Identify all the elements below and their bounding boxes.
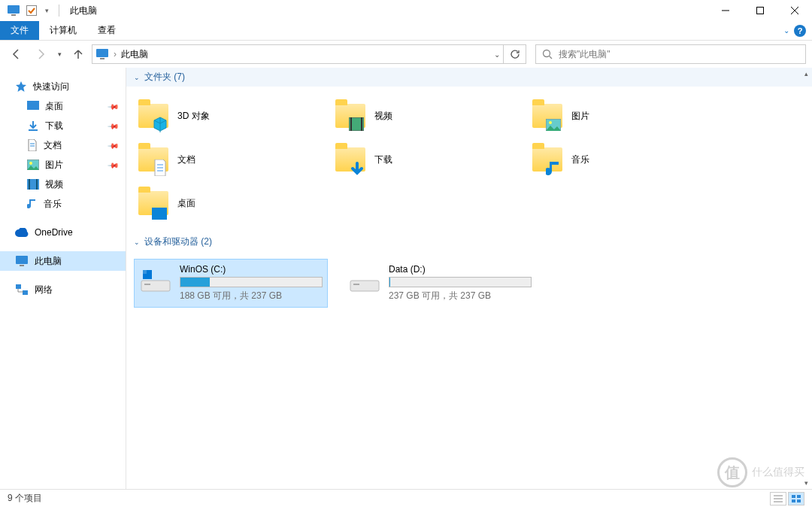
sidebar-quick-access[interactable]: 快速访问 <box>0 77 126 96</box>
svg-rect-44 <box>797 499 801 502</box>
svg-rect-8 <box>100 58 105 59</box>
qat-dropdown-icon[interactable]: ▾ <box>42 3 51 18</box>
svg-rect-1 <box>11 14 16 16</box>
folder-pictures[interactable]: 图片 <box>528 94 725 138</box>
tab-view[interactable]: 查看 <box>87 21 126 40</box>
sidebar-item-label: 音乐 <box>44 198 62 211</box>
status-text: 9 个项目 <box>8 492 42 505</box>
ribbon-collapse-icon[interactable]: ⌄ <box>783 26 789 35</box>
sidebar-item-pictures[interactable]: 图片 📌 <box>0 155 126 175</box>
sidebar-label: OneDrive <box>35 227 73 238</box>
refresh-button[interactable] <box>504 44 526 64</box>
maximize-button[interactable] <box>743 0 777 21</box>
svg-rect-7 <box>96 49 108 57</box>
help-icon[interactable]: ? <box>794 25 806 37</box>
address-bar[interactable]: › 此电脑 ⌄ <box>92 44 504 64</box>
quick-access-toolbar: ▾ 此电脑 <box>0 3 97 18</box>
search-placeholder: 搜索"此电脑" <box>559 48 611 61</box>
sidebar-label: 快速访问 <box>33 80 69 93</box>
pin-icon: 📌 <box>108 100 120 112</box>
folder-icon <box>137 187 170 220</box>
drive-label: WinOS (C:) <box>180 264 323 275</box>
cloud-icon <box>15 228 29 237</box>
drive-sublabel: 237 GB 可用，共 237 GB <box>389 290 532 302</box>
sidebar-item-music[interactable]: 音乐 <box>0 194 126 214</box>
pin-icon: 📌 <box>108 139 120 151</box>
sidebar-item-downloads[interactable]: 下载 📌 <box>0 116 126 135</box>
scrollbar[interactable]: ▴ ▾ <box>800 68 812 489</box>
svg-rect-11 <box>27 101 39 110</box>
group-title: 设备和驱动器 (2) <box>144 235 212 248</box>
svg-rect-4 <box>757 8 764 14</box>
up-button[interactable] <box>68 44 89 65</box>
title-bar: ▾ 此电脑 <box>0 0 812 21</box>
desktop-icon <box>27 101 39 111</box>
document-icon <box>27 139 38 151</box>
drive-label: Data (D:) <box>389 264 532 275</box>
tab-file[interactable]: 文件 <box>0 21 39 40</box>
drive-usage-bar <box>389 277 532 287</box>
watermark: 值 什么值得买 <box>717 457 804 487</box>
drive-sublabel: 188 GB 可用，共 237 GB <box>180 290 323 302</box>
svg-rect-25 <box>361 117 362 131</box>
view-icons-button[interactable] <box>788 492 804 505</box>
back-button[interactable] <box>6 44 27 65</box>
svg-rect-2 <box>27 6 37 16</box>
recent-dropdown[interactable]: ▾ <box>54 44 65 65</box>
group-header-folders[interactable]: ⌄ 文件夹 (7) <box>126 68 812 87</box>
folder-downloads[interactable]: 下载 <box>331 138 528 181</box>
folder-icon <box>531 99 564 132</box>
folder-3d-objects[interactable]: 3D 对象 <box>134 94 331 138</box>
group-header-drives[interactable]: ⌄ 设备和驱动器 (2) <box>126 232 812 251</box>
drive-c[interactable]: WinOS (C:) 188 GB 可用，共 237 GB <box>134 259 328 308</box>
body: 快速访问 桌面 📌 下载 📌 文档 📌 图片 📌 视频 音乐 <box>0 68 812 489</box>
sidebar-network[interactable]: 网络 <box>0 280 126 299</box>
svg-rect-32 <box>141 281 170 291</box>
sidebar-item-documents[interactable]: 文档 📌 <box>0 135 126 155</box>
sidebar-item-label: 文档 <box>44 139 62 152</box>
svg-rect-37 <box>353 284 359 285</box>
folder-label: 文档 <box>177 153 195 166</box>
qat-checkbox-icon[interactable] <box>24 3 39 18</box>
svg-point-15 <box>29 162 32 165</box>
address-text[interactable]: 此电脑 <box>121 48 148 61</box>
group-title: 文件夹 (7) <box>144 71 185 83</box>
folder-videos[interactable]: 视频 <box>331 94 528 138</box>
minimize-button[interactable] <box>708 0 743 21</box>
folder-icon <box>334 143 367 176</box>
folder-documents[interactable]: 文档 <box>134 138 331 181</box>
address-dropdown-icon[interactable]: ⌄ <box>494 50 500 59</box>
svg-rect-19 <box>16 256 28 264</box>
folder-icon <box>334 99 367 132</box>
sidebar-onedrive[interactable]: OneDrive <box>0 223 126 242</box>
video-icon <box>27 179 39 190</box>
status-bar: 9 个项目 <box>0 489 812 507</box>
folder-desktop[interactable]: 桌面 <box>134 181 331 225</box>
sidebar-label: 网络 <box>35 284 53 296</box>
svg-rect-35 <box>143 270 147 274</box>
sidebar-item-desktop[interactable]: 桌面 📌 <box>0 96 126 116</box>
svg-rect-18 <box>36 179 38 190</box>
sidebar: 快速访问 桌面 📌 下载 📌 文档 📌 图片 📌 视频 音乐 <box>0 68 126 489</box>
network-icon <box>15 284 29 296</box>
sidebar-item-videos[interactable]: 视频 <box>0 175 126 194</box>
scroll-up-icon[interactable]: ▴ <box>800 68 812 80</box>
window-title: 此电脑 <box>70 5 97 17</box>
view-details-button[interactable] <box>770 492 786 505</box>
close-button[interactable] <box>777 0 812 21</box>
folder-label: 下载 <box>374 153 392 166</box>
drive-d[interactable]: Data (D:) 237 GB 可用，共 237 GB <box>343 259 537 308</box>
folder-icon <box>137 143 170 176</box>
tab-computer[interactable]: 计算机 <box>39 21 87 40</box>
drive-usage-bar <box>180 277 323 287</box>
svg-rect-31 <box>152 208 167 220</box>
forward-button[interactable] <box>30 44 51 65</box>
search-box[interactable]: 搜索"此电脑" <box>535 44 806 64</box>
download-icon <box>27 120 39 132</box>
folder-music[interactable]: 音乐 <box>528 138 725 181</box>
this-pc-icon[interactable] <box>6 3 21 18</box>
sidebar-this-pc[interactable]: 此电脑 <box>0 251 126 271</box>
svg-point-9 <box>544 50 550 57</box>
pin-icon: 📌 <box>108 120 120 132</box>
sidebar-item-label: 下载 <box>45 120 63 132</box>
